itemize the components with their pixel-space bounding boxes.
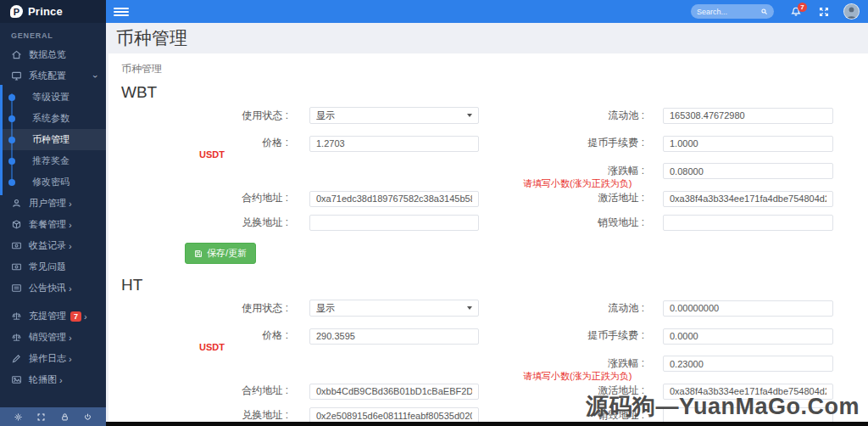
chevron-right-icon: › — [84, 311, 87, 322]
fee-input[interactable] — [663, 136, 833, 152]
scales-icon — [11, 311, 22, 322]
app-window: P Prince GENERAL 数据总览 系统配置 › 等级设置 系统参数 币… — [0, 0, 868, 426]
chevron-right-icon: › — [69, 199, 72, 209]
system-config-submenu: 等级设置 系统参数 币种管理 推荐奖金 修改密码 — [0, 87, 106, 193]
pool-input[interactable] — [663, 108, 833, 124]
sidebar-item-package-management[interactable]: 套餐管理› — [0, 214, 106, 235]
notification-count-badge: 7 — [798, 3, 807, 12]
breadcrumb: 币种管理 — [121, 62, 855, 76]
sidebar-item-label: 销毁管理 — [29, 331, 66, 344]
status-label: 使用状态 : — [121, 109, 309, 123]
user-icon — [11, 198, 22, 209]
range-input[interactable] — [663, 163, 833, 179]
status-select-wrap: 显示 — [309, 300, 479, 317]
hamburger-menu-icon[interactable] — [114, 6, 129, 18]
chevron-down-icon: › — [91, 75, 101, 78]
sidebar-item-label: 操作日志 — [29, 352, 66, 365]
price-input[interactable] — [309, 136, 479, 152]
price-input[interactable] — [309, 328, 479, 345]
chevron-right-icon: › — [69, 241, 72, 251]
price-label: 价格 : — [121, 328, 309, 343]
pool-label: 流动池 : — [479, 109, 663, 123]
fee-input[interactable] — [663, 328, 833, 345]
sidebar-subitem-change-password[interactable]: 修改密码 — [0, 171, 106, 193]
status-select[interactable]: 显示 — [309, 300, 479, 317]
news-icon — [11, 283, 22, 294]
status-select-wrap: 显示 — [309, 107, 479, 124]
bottom-edge-bar — [106, 422, 868, 426]
chevron-right-icon: › — [69, 283, 72, 294]
sidebar-item-operation-logs[interactable]: 操作日志› — [0, 348, 106, 369]
sidebar-item-user-management[interactable]: 用户管理› — [0, 193, 106, 214]
page-header: 币种管理 — [106, 23, 868, 53]
sidebar-item-faq[interactable]: 常见问题 — [0, 256, 106, 277]
sidebar-item-label: 用户管理 — [29, 197, 66, 210]
subitem-label: 币种管理 — [32, 133, 70, 146]
activate-label: 激活地址 : — [479, 191, 663, 205]
watermark: 源码狗—YuanMaGo.Com — [586, 391, 860, 422]
search-icon[interactable] — [760, 8, 768, 15]
sidebar-item-label: 系统配置 — [29, 70, 66, 82]
lock-icon[interactable] — [60, 412, 70, 422]
sidebar: P Prince GENERAL 数据总览 系统配置 › 等级设置 系统参数 币… — [0, 0, 106, 426]
search-input[interactable] — [697, 8, 760, 16]
status-select[interactable]: 显示 — [309, 107, 479, 124]
money-icon — [11, 240, 22, 251]
save-update-button[interactable]: 保存/更新 — [185, 243, 256, 264]
contract-address-input[interactable] — [309, 191, 479, 207]
destroy-address-input[interactable] — [663, 215, 833, 231]
save-icon — [194, 249, 203, 258]
package-icon — [11, 219, 22, 230]
fee-label: 提币手续费 : — [479, 328, 663, 343]
destroy-label: 销毁地址 : — [479, 216, 663, 230]
gear-icon[interactable] — [14, 412, 23, 422]
expand-button[interactable] — [818, 6, 830, 18]
exchange-label: 兑换地址 : — [121, 408, 309, 423]
coin-section-wbt: WBT 使用状态 : 显示 流动池 : 价格 : 提币手续费 : USDT — [121, 83, 855, 264]
notification-badge: 7 — [70, 311, 81, 322]
range-label: 涨跌幅 : — [479, 164, 663, 178]
fullscreen-icon[interactable] — [36, 412, 46, 422]
sidebar-item-destroy-management[interactable]: 销毁管理› — [0, 327, 106, 348]
subitem-label: 系统参数 — [32, 112, 70, 125]
brand-logo[interactable]: P Prince — [0, 0, 106, 23]
chevron-right-icon: › — [69, 220, 72, 230]
sidebar-scroll-indicator — [0, 85, 3, 195]
sidebar-item-overview[interactable]: 数据总览 — [0, 44, 106, 65]
subitem-label: 推荐奖金 — [32, 154, 70, 167]
usdt-unit-label: USDT — [199, 149, 225, 160]
sidebar-subitem-level-settings[interactable]: 等级设置 — [0, 87, 106, 108]
subitem-label: 等级设置 — [32, 91, 70, 104]
sidebar-item-announcements[interactable]: 公告快讯› — [0, 277, 106, 299]
sidebar-item-deposit-withdraw[interactable]: 充提管理 7 › — [0, 305, 106, 327]
save-button-label: 保存/更新 — [207, 247, 247, 260]
range-input[interactable] — [663, 356, 833, 372]
chevron-right-icon: › — [69, 333, 72, 343]
exchange-address-input[interactable] — [309, 215, 479, 231]
activate-address-input[interactable] — [663, 191, 833, 207]
monitor-icon — [11, 70, 22, 81]
page-title: 币种管理 — [116, 26, 187, 50]
sidebar-subitem-system-params[interactable]: 系统参数 — [0, 108, 106, 129]
brand-name: Prince — [28, 5, 63, 18]
sidebar-item-carousel[interactable]: 轮播图› — [0, 369, 106, 390]
edit-icon — [11, 353, 22, 364]
user-avatar[interactable] — [843, 3, 860, 20]
sidebar-item-system-config[interactable]: 系统配置 › — [0, 65, 106, 87]
sidebar-item-label: 数据总览 — [29, 48, 66, 61]
sidebar-subitem-coin-management[interactable]: 币种管理 — [0, 129, 106, 150]
sidebar-item-label: 公告快讯 — [29, 282, 66, 294]
pool-input[interactable] — [663, 300, 833, 317]
sidebar-item-label: 套餐管理 — [29, 218, 66, 231]
sidebar-item-label: 充提管理 — [29, 310, 66, 322]
brand-logo-icon: P — [10, 5, 23, 18]
sidebar-item-label: 常见问题 — [29, 261, 66, 273]
topbar: 7 — [106, 0, 868, 23]
notifications-button[interactable]: 7 — [790, 6, 802, 18]
contract-address-input[interactable] — [309, 384, 479, 400]
chevron-right-icon: › — [69, 354, 72, 364]
price-label: 价格 : — [121, 136, 309, 150]
sidebar-subitem-referral-bonus[interactable]: 推荐奖金 — [0, 150, 106, 171]
power-icon[interactable] — [83, 412, 92, 422]
sidebar-item-income-records[interactable]: 收益记录› — [0, 235, 106, 256]
